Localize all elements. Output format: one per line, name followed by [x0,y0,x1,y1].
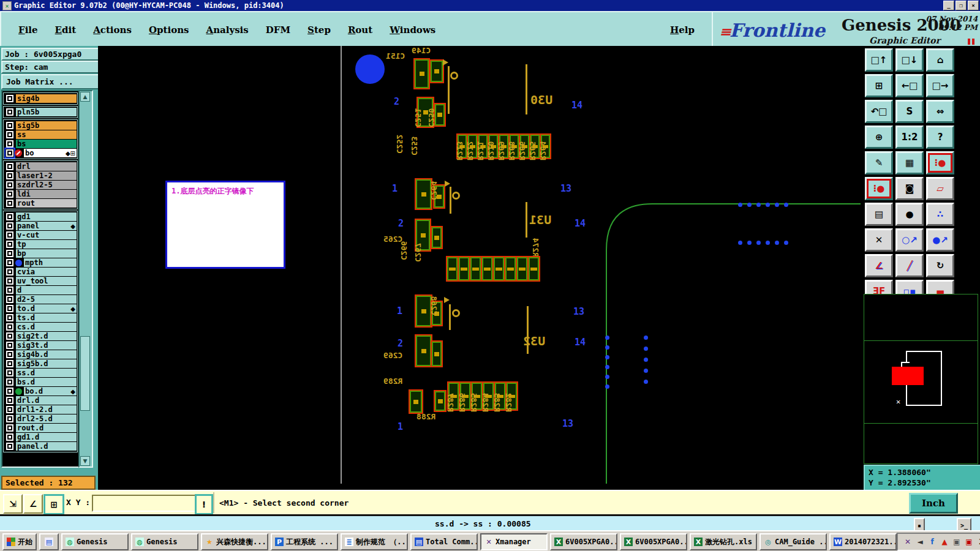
scroll-thumb[interactable] [80,336,90,411]
taskbar-item-genesis[interactable]: ◍Genesis [131,533,198,550]
layer-row-sig3t.d[interactable]: sig3t.d [4,341,77,350]
quick-launch-icon[interactable]: ▤ [39,533,59,550]
layer-checkbox[interactable] [6,359,14,368]
layer-checkbox[interactable] [6,94,14,103]
menu-edit[interactable]: Edit [55,24,77,36]
job-matrix-button[interactable]: Job Matrix ... [1,74,102,89]
taskbar-item-xmanager[interactable]: ✕Xmanager [480,533,548,550]
layer-name[interactable]: bo.d [24,387,77,395]
menu-file[interactable]: File [18,24,38,36]
layer-row-szdrl2-5[interactable]: szdrl2-5 [4,181,77,189]
layer-row-sig5b[interactable]: sig5b [4,121,77,130]
layer-name[interactable]: drl.d [16,396,77,405]
layer-name[interactable]: bs [16,140,77,148]
layer-checkbox[interactable] [6,240,14,249]
line-draw-button[interactable]: ╱ [895,254,924,277]
taskbar-item-genesis[interactable]: ◍Genesis [61,533,129,550]
shift-right-button[interactable]: □→ [926,74,954,97]
layer-name[interactable]: tp [16,240,77,249]
layer-checkbox[interactable] [6,162,14,171]
messenger-tray-icon[interactable]: f [927,538,937,546]
layer-row-tp[interactable]: tp [4,240,77,249]
layer-row-drl2-5.d[interactable]: drl2-5.d [4,414,77,423]
menu-rout[interactable]: Rout [348,24,372,36]
net-highlight-button-2[interactable]: ⁝● [865,177,893,200]
layer-checkbox[interactable] [6,249,14,258]
taskbar-item--[interactable]: ★兴森快捷衡... [201,533,268,550]
layer-row-cs.d[interactable]: cs.d [4,323,77,331]
layer-name[interactable]: v-cut [16,231,77,239]
layer-row-v-cut[interactable]: v-cut [4,231,77,239]
angle-mode-button[interactable]: ∠ [23,494,43,514]
snap-mode-button[interactable]: ⇲ [3,494,23,514]
layer-name[interactable]: d [16,286,77,294]
layer-name[interactable]: ss.d [16,369,77,377]
layer-checkbox[interactable] [6,369,14,377]
layer-row-rout[interactable]: rout [4,199,77,208]
taskbar-item--[interactable]: ≣制作规范 （... [341,533,408,550]
layer-name[interactable]: sig4b [16,94,77,103]
layer-name[interactable]: ss [16,130,77,139]
taskbar-item--xls[interactable]: X激光钻孔.xls [690,533,757,550]
layer-row-sig4b.d[interactable]: sig4b.d [4,350,77,359]
layer-row-sig2t.d[interactable]: sig2t.d [4,332,77,340]
layer-checkbox[interactable] [6,108,14,116]
zoom-window-xy-button[interactable]: ⊞ [865,74,893,97]
layer-name[interactable]: sig2t.d [16,332,77,340]
pause-icon[interactable] [968,39,975,45]
taskbar-item-6v005xpga0-[interactable]: X6V005XPGA0... [550,533,617,550]
layer-checkbox[interactable] [6,405,14,414]
layer-name[interactable]: sig5b.d [16,359,77,368]
layer-row-pln5b[interactable]: pln5b [4,108,77,116]
layer-name[interactable]: laser1-2 [16,171,77,180]
layer-row-drl[interactable]: drl [4,162,77,171]
layer-checkbox[interactable] [6,258,14,267]
units-button[interactable]: Inch [909,493,958,514]
layer-checkbox[interactable] [6,277,14,285]
chain-select-button[interactable]: ∴ [926,203,954,226]
layer-row-sig4b[interactable]: sig4b [4,94,77,103]
layer-checkbox[interactable] [6,190,14,198]
view-prev-button[interactable]: □↑ [865,48,893,72]
layer-row-bs[interactable]: bs [4,140,77,148]
layer-row-bo.d[interactable]: bo.d◆ [4,387,77,395]
layer-checkbox[interactable] [6,304,14,313]
layer-checkbox[interactable] [6,396,14,405]
menu-help[interactable]: Help [670,24,695,36]
delete-button[interactable]: ✕ [865,228,893,252]
layer-name[interactable]: rout [16,199,77,208]
input-method-icon[interactable]: ▲ [940,538,949,546]
layer-name[interactable]: sig4b.d [16,350,77,359]
taskbar-item-2014072321-[interactable]: W2014072321... [829,533,897,550]
layer-row-ldi[interactable]: ldi [4,190,77,198]
view-next-button[interactable]: □↓ [895,48,924,72]
layer-row-drl1-2.d[interactable]: drl1-2.d [4,405,77,414]
layer-checkbox[interactable] [6,231,14,239]
layer-name[interactable]: ldi [16,190,77,198]
layer-checkbox[interactable] [6,149,14,157]
copy-button[interactable]: ●↗ [926,228,954,252]
layer-checkbox[interactable] [6,433,14,441]
layer-row-ts.d[interactable]: ts.d [4,313,77,322]
menu-step[interactable]: Step [307,24,331,36]
layer-name[interactable]: panel.d [16,442,77,451]
start-button[interactable]: 开始 [2,533,37,550]
layer-row-cvia[interactable]: cvia [4,268,77,276]
pad-select-button[interactable]: ● [895,203,924,226]
layer-checkbox[interactable] [6,313,14,322]
layer-name[interactable]: bp [16,249,77,258]
xmanager-tray-icon[interactable]: ✕ [903,538,913,546]
layer-row-sig5b.d[interactable]: sig5b.d [4,359,77,368]
layer-row-d[interactable]: d [4,286,77,294]
layer-name[interactable]: d2-5 [16,295,77,304]
layer-checkbox[interactable] [6,424,14,432]
layer-name[interactable]: sig3t.d [16,341,77,350]
layer-checkbox[interactable] [6,181,14,189]
layer-checkbox[interactable] [6,286,14,294]
layer-checkbox[interactable] [6,199,14,208]
edit-tools-button[interactable]: ✎ [865,151,893,174]
layer-name[interactable]: bs.d [16,378,77,386]
layer-row-gd1.d[interactable]: gd1.d [4,433,77,441]
xy-input[interactable] [92,495,196,512]
taskbar-item-cam_guide-[interactable]: ◎CAM_Guide ... [760,533,827,550]
